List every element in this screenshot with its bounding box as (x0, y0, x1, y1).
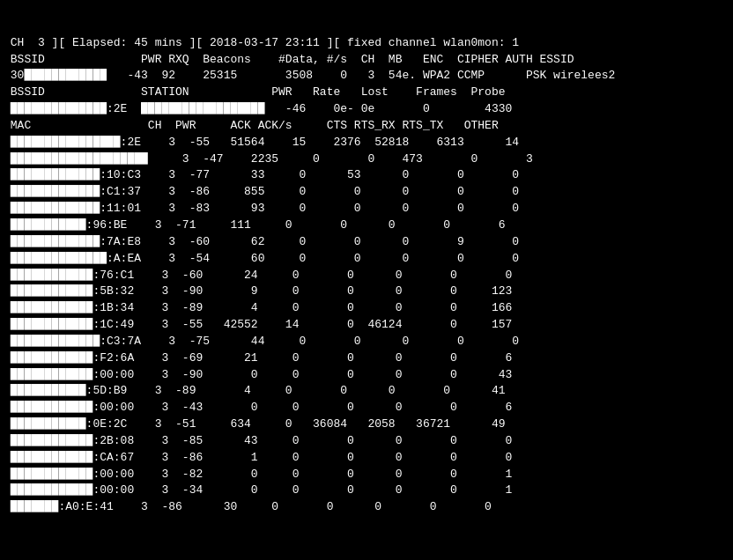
terminal-line-2: BSSID PWR RXQ Beacons #Data, #/s CH MB E… (4, 52, 729, 69)
terminal-window: CH 3 ][ Elapsed: 45 mins ][ 2018-03-17 2… (0, 0, 733, 534)
terminal-line-0: CH 3 ][ Elapsed: 45 mins ][ 2018-03-17 2… (4, 35, 729, 52)
terminal-line-21: ████████████:5B:32 3 -90 9 0 0 0 0 123 (4, 284, 729, 300)
terminal-line-34: ███████:A0:E:41 3 -86 30 0 0 0 0 0 (4, 499, 729, 516)
terminal-line-17: ███████████:96:BE 3 -71 111 0 0 0 0 6 (4, 217, 729, 234)
terminal-line-14: █████████████:10:C3 3 -77 33 0 53 0 0 0 (4, 167, 729, 184)
terminal-line-13: ████████████████████ 3 -47 2235 0 0 473 … (4, 151, 729, 168)
terminal-line-29: ███████████:0E:2C 3 -51 634 0 36084 2058… (4, 416, 729, 433)
terminal-line-12: ████████████████:2E 3 -55 51564 15 2376 … (4, 135, 729, 151)
terminal-line-23: ████████████:1C:49 3 -55 42552 14 0 4612… (4, 317, 729, 334)
terminal-line-31: ████████████:CA:67 3 -86 1 0 0 0 0 0 (4, 450, 729, 467)
terminal-line-19: ██████████████:A:EA 3 -54 60 0 0 0 0 0 (4, 251, 729, 268)
terminal-line-25: ████████████:F2:6A 3 -69 21 0 0 0 0 6 (4, 350, 729, 367)
terminal-line-24: █████████████:C3:7A 3 -75 44 0 0 0 0 0 (4, 334, 729, 350)
terminal-line-6: BSSID STATION PWR Rate Lost Frames Probe (4, 85, 729, 101)
terminal-line-4: 30████████████ -43 92 25315 3508 0 3 54e… (4, 68, 729, 85)
terminal-line-27: ███████████:5D:B9 3 -89 4 0 0 0 0 41 (4, 383, 729, 400)
terminal-line-28: ████████████:00:00 3 -43 0 0 0 0 0 6 (4, 400, 729, 416)
terminal-line-16: █████████████:11:01 3 -83 93 0 0 0 0 0 (4, 201, 729, 217)
terminal-line-15: █████████████:C1:37 3 -86 855 0 0 0 0 0 (4, 184, 729, 201)
terminal-line-18: █████████████:7A:E8 3 -60 62 0 0 0 9 0 (4, 234, 729, 251)
terminal-line-26: ████████████:00:00 3 -90 0 0 0 0 0 43 (4, 367, 729, 384)
terminal-line-32: ████████████:00:00 3 -82 0 0 0 0 0 1 (4, 467, 729, 483)
terminal-line-30: ████████████:2B:08 3 -85 43 0 0 0 0 0 (4, 433, 729, 450)
terminal-line-20: ████████████:76:C1 3 -60 24 0 0 0 0 0 (4, 268, 729, 284)
terminal-line-22: ████████████:1B:34 3 -89 4 0 0 0 0 166 (4, 300, 729, 317)
terminal-line-8: ██████████████:2E ██████████████████ -46… (4, 101, 729, 118)
terminal-line-10: MAC CH PWR ACK ACK/s CTS RTS_RX RTS_TX O… (4, 118, 729, 135)
terminal-line-33: ████████████:00:00 3 -34 0 0 0 0 0 1 (4, 483, 729, 499)
